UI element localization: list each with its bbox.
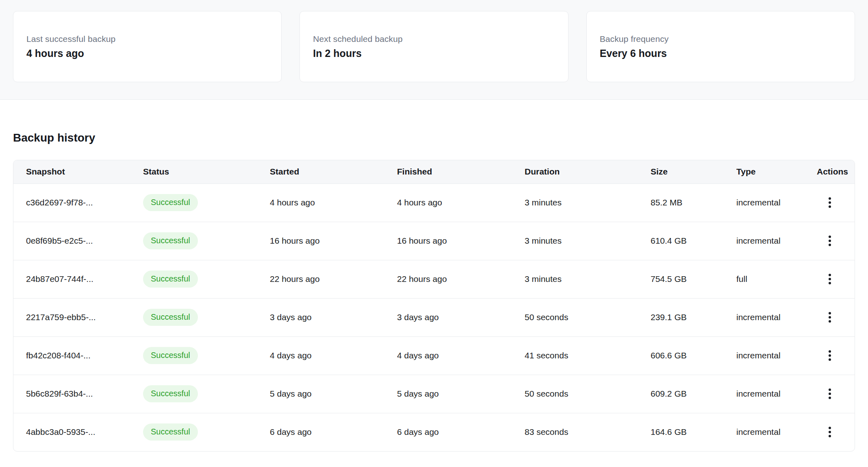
cell-started: 4 days ago <box>270 336 397 375</box>
cell-started: 5 days ago <box>270 375 397 413</box>
cell-duration: 3 minutes <box>525 222 651 260</box>
status-badge: Successful <box>143 309 198 326</box>
column-header-snapshot: Snapshot <box>13 160 143 183</box>
cell-duration: 3 minutes <box>525 183 651 222</box>
column-header-finished: Finished <box>397 160 525 183</box>
stat-card-next-scheduled-backup: Next scheduled backup In 2 hours <box>299 11 568 82</box>
column-header-status: Status <box>143 160 270 183</box>
cell-duration: 41 seconds <box>525 336 651 375</box>
cell-finished: 5 days ago <box>397 375 525 413</box>
row-actions-button[interactable] <box>822 310 837 325</box>
cell-finished: 16 hours ago <box>397 222 525 260</box>
stat-value: Every 6 hours <box>600 48 855 59</box>
cell-size: 609.2 GB <box>651 375 736 413</box>
cell-size: 164.6 GB <box>651 413 736 451</box>
cell-actions <box>817 336 855 375</box>
table-row: 2217a759-ebb5-... Successful 3 days ago … <box>13 298 855 336</box>
cell-finished: 22 hours ago <box>397 260 525 298</box>
row-actions-button[interactable] <box>822 425 837 439</box>
kebab-icon <box>829 427 831 429</box>
stat-card-last-successful-backup: Last successful backup 4 hours ago <box>13 11 282 82</box>
cell-finished: 6 days ago <box>397 413 525 451</box>
stat-label: Last successful backup <box>26 34 281 44</box>
page-title: Backup history <box>13 131 855 144</box>
stat-card-backup-frequency: Backup frequency Every 6 hours <box>586 11 855 82</box>
cell-duration: 50 seconds <box>525 298 651 336</box>
stat-value: In 2 hours <box>313 48 568 59</box>
cell-actions <box>817 222 855 260</box>
column-header-started: Started <box>270 160 397 183</box>
cell-status: Successful <box>143 260 270 298</box>
cell-size: 754.5 GB <box>651 260 736 298</box>
cell-finished: 4 hours ago <box>397 183 525 222</box>
cell-status: Successful <box>143 375 270 413</box>
cell-started: 22 hours ago <box>270 260 397 298</box>
table-row: fb42c208-f404-... Successful 4 days ago … <box>13 336 855 375</box>
cell-actions <box>817 375 855 413</box>
cell-status: Successful <box>143 222 270 260</box>
cell-type: incremental <box>736 183 817 222</box>
stats-row: Last successful backup 4 hours ago Next … <box>13 11 855 82</box>
kebab-icon <box>829 236 831 238</box>
column-header-actions: Actions <box>817 160 855 183</box>
cell-finished: 4 days ago <box>397 336 525 375</box>
cell-size: 606.6 GB <box>651 336 736 375</box>
status-badge: Successful <box>143 385 198 402</box>
cell-type: incremental <box>736 375 817 413</box>
status-badge: Successful <box>143 194 198 211</box>
status-badge: Successful <box>143 232 198 249</box>
table-header-row: Snapshot Status Started Finished Duratio… <box>13 160 855 183</box>
cell-snapshot-id: 4abbc3a0-5935-... <box>13 413 143 451</box>
stat-label: Next scheduled backup <box>313 34 568 44</box>
kebab-icon <box>829 312 831 314</box>
cell-type: incremental <box>736 298 817 336</box>
kebab-icon <box>829 350 831 353</box>
cell-started: 3 days ago <box>270 298 397 336</box>
row-actions-button[interactable] <box>822 386 837 401</box>
stat-value: 4 hours ago <box>26 48 281 59</box>
cell-snapshot-id: 5b6c829f-63b4-... <box>13 375 143 413</box>
cell-snapshot-id: 2217a759-ebb5-... <box>13 298 143 336</box>
cell-actions <box>817 413 855 451</box>
cell-started: 4 hours ago <box>270 183 397 222</box>
cell-snapshot-id: 0e8f69b5-e2c5-... <box>13 222 143 260</box>
table-row: 24b87e07-744f-... Successful 22 hours ag… <box>13 260 855 298</box>
cell-type: incremental <box>736 222 817 260</box>
cell-actions <box>817 260 855 298</box>
cell-type: incremental <box>736 336 817 375</box>
row-actions-button[interactable] <box>822 348 837 363</box>
table-row: 4abbc3a0-5935-... Successful 6 days ago … <box>13 413 855 451</box>
cell-actions <box>817 298 855 336</box>
column-header-duration: Duration <box>525 160 651 183</box>
cell-snapshot-id: fb42c208-f404-... <box>13 336 143 375</box>
stats-band: Last successful backup 4 hours ago Next … <box>0 0 868 100</box>
cell-duration: 3 minutes <box>525 260 651 298</box>
cell-size: 239.1 GB <box>651 298 736 336</box>
cell-duration: 83 seconds <box>525 413 651 451</box>
cell-size: 85.2 MB <box>651 183 736 222</box>
table-row: c36d2697-9f78-... Successful 4 hours ago… <box>13 183 855 222</box>
cell-actions <box>817 183 855 222</box>
cell-size: 610.4 GB <box>651 222 736 260</box>
table-row: 0e8f69b5-e2c5-... Successful 16 hours ag… <box>13 222 855 260</box>
row-actions-button[interactable] <box>822 234 837 248</box>
table-body: c36d2697-9f78-... Successful 4 hours ago… <box>13 183 855 451</box>
status-badge: Successful <box>143 271 198 288</box>
row-actions-button[interactable] <box>822 195 837 210</box>
cell-started: 6 days ago <box>270 413 397 451</box>
cell-status: Successful <box>143 183 270 222</box>
cell-finished: 3 days ago <box>397 298 525 336</box>
cell-duration: 50 seconds <box>525 375 651 413</box>
cell-type: full <box>736 260 817 298</box>
cell-status: Successful <box>143 298 270 336</box>
cell-status: Successful <box>143 336 270 375</box>
column-header-size: Size <box>651 160 736 183</box>
cell-type: incremental <box>736 413 817 451</box>
column-header-type: Type <box>736 160 817 183</box>
cell-status: Successful <box>143 413 270 451</box>
row-actions-button[interactable] <box>822 272 837 286</box>
table-row: 5b6c829f-63b4-... Successful 5 days ago … <box>13 375 855 413</box>
kebab-icon <box>829 274 831 276</box>
cell-snapshot-id: c36d2697-9f78-... <box>13 183 143 222</box>
status-badge: Successful <box>143 423 198 441</box>
